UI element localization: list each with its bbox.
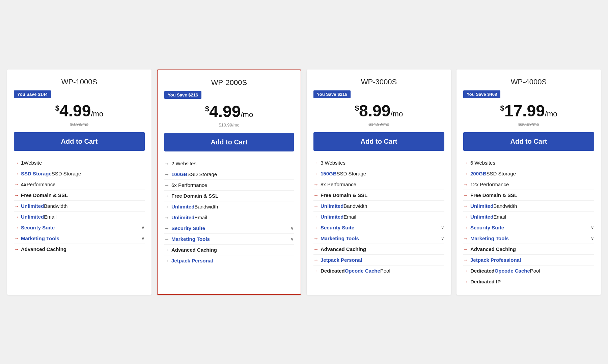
price-main: $8.99/mo [313, 103, 444, 119]
feature-item: →Security Suite∨ [164, 223, 294, 233]
feature-item: →Advanced Caching [164, 244, 294, 255]
price-block: $17.99/mo [463, 103, 594, 119]
chevron-down-icon[interactable]: ∨ [441, 236, 444, 241]
price-block: $4.99/mo [14, 103, 145, 119]
price-main: $4.99/mo [14, 103, 145, 119]
feature-item: →Unlimited Bandwidth [164, 201, 294, 212]
feature-label: Jetpack Professional [470, 257, 521, 263]
arrow-icon: → [164, 161, 169, 166]
feature-list: →6 Websites→200GB SSD Storage→12x Perfor… [463, 158, 594, 287]
chevron-down-icon[interactable]: ∨ [291, 226, 294, 231]
feature-label: Jetpack Personal [321, 257, 362, 263]
feature-label: Unlimited [21, 214, 44, 220]
feature-label: Unlimited [470, 214, 493, 220]
feature-label: Security Suite [470, 225, 504, 230]
price-block: $8.99/mo [313, 103, 444, 119]
feature-item: →Marketing Tools∨ [164, 233, 294, 244]
add-to-cart-button[interactable]: Add to Cart [164, 133, 294, 151]
arrow-icon: → [164, 182, 169, 188]
arrow-icon: → [463, 279, 468, 284]
feature-item: →Advanced Caching [463, 244, 594, 254]
arrow-icon: → [14, 181, 19, 187]
arrow-icon: → [463, 160, 468, 166]
feature-item: →Marketing Tools∨ [14, 233, 145, 244]
feature-item: →Unlimited Email [463, 211, 594, 222]
feature-item: →4x Performance [14, 179, 145, 190]
feature-item: →Unlimited Bandwidth [463, 200, 594, 211]
arrow-icon: → [164, 236, 169, 242]
feature-label: Free Domain & SSL [321, 192, 367, 198]
chevron-down-icon[interactable]: ∨ [291, 236, 294, 242]
original-price: $30.99/mo [463, 122, 594, 127]
feature-item: →Marketing Tools∨ [463, 233, 594, 244]
arrow-icon: → [313, 246, 319, 252]
plan-title: WP-4000S [463, 78, 594, 86]
original-price: $10.99/mo [164, 122, 294, 128]
feature-label: SSD Storage [21, 171, 52, 176]
feature-item: →200GB SSD Storage [463, 168, 594, 179]
arrow-icon: → [164, 247, 169, 253]
arrow-icon: → [14, 203, 19, 209]
add-to-cart-button[interactable]: Add to Cart [14, 132, 145, 151]
feature-label: Marketing Tools [171, 236, 210, 242]
arrow-icon: → [463, 235, 468, 241]
feature-item: →12x Performance [463, 179, 594, 190]
arrow-icon: → [313, 160, 319, 166]
feature-item: →Free Domain & SSL [164, 190, 294, 201]
feature-item: →Jetpack Personal [313, 254, 444, 265]
price-main: $17.99/mo [463, 103, 594, 119]
arrow-icon: → [463, 171, 468, 176]
feature-item: →150GB SSD Storage [313, 168, 444, 179]
arrow-icon: → [14, 225, 19, 230]
savings-badge: You Save $468 [463, 90, 500, 98]
feature-item: →Unlimited Bandwidth [313, 200, 444, 211]
add-to-cart-button[interactable]: Add to Cart [463, 132, 594, 151]
feature-item: →Free Domain & SSL [463, 190, 594, 200]
arrow-icon: → [14, 160, 19, 166]
plan-title: WP-1000S [14, 78, 145, 86]
arrow-icon: → [14, 171, 19, 176]
arrow-icon: → [313, 225, 319, 230]
chevron-down-icon[interactable]: ∨ [591, 225, 594, 230]
savings-badge: You Save $144 [14, 90, 51, 98]
arrow-icon: → [463, 214, 468, 220]
chevron-down-icon[interactable]: ∨ [141, 225, 145, 230]
feature-item: →8x Performance [313, 179, 444, 190]
original-price: $8.99/mo [14, 122, 145, 127]
feature-label: Free Domain & SSL [470, 192, 517, 198]
arrow-icon: → [164, 258, 169, 263]
feature-item: →Unlimited Email [313, 211, 444, 222]
plan-card-wp-4000s: WP-4000SYou Save $468$17.99/mo$30.99/moA… [457, 69, 601, 295]
price-main: $4.99/mo [164, 104, 294, 120]
arrow-icon: → [313, 257, 319, 263]
arrow-icon: → [164, 171, 169, 177]
chevron-down-icon[interactable]: ∨ [141, 236, 145, 241]
original-price: $14.99/mo [313, 122, 444, 127]
arrow-icon: → [463, 246, 468, 252]
chevron-down-icon[interactable]: ∨ [591, 236, 594, 241]
arrow-icon: → [463, 257, 468, 263]
savings-badge: You Save $216 [164, 91, 201, 99]
arrow-icon: → [164, 193, 169, 199]
feature-item: →Unlimited Email [14, 211, 145, 222]
feature-list: →3 Websites→150GB SSD Storage→8x Perform… [313, 158, 444, 276]
feature-item: →6x Performance [164, 179, 294, 190]
feature-label: Security Suite [321, 225, 354, 230]
feature-item: →SSD Storage SSD Storage [14, 168, 145, 179]
arrow-icon: → [313, 214, 319, 220]
feature-label: Security Suite [21, 225, 55, 230]
plan-card-wp-2000s: WP-2000SYou Save $216$4.99/mo$10.99/moAd… [157, 69, 301, 295]
feature-item: →Advanced Caching [14, 244, 145, 254]
add-to-cart-button[interactable]: Add to Cart [313, 132, 444, 151]
arrow-icon: → [463, 181, 468, 187]
arrow-icon: → [313, 235, 319, 241]
arrow-icon: → [14, 214, 19, 220]
arrow-icon: → [313, 192, 319, 198]
feature-item: →Free Domain & SSL [313, 190, 444, 200]
arrow-icon: → [14, 235, 19, 241]
chevron-down-icon[interactable]: ∨ [441, 225, 444, 230]
feature-label: Free Domain & SSL [171, 193, 218, 199]
feature-item: →Jetpack Professional [463, 254, 594, 265]
feature-label: Unlimited [470, 203, 493, 209]
feature-label: Jetpack Personal [171, 258, 213, 263]
